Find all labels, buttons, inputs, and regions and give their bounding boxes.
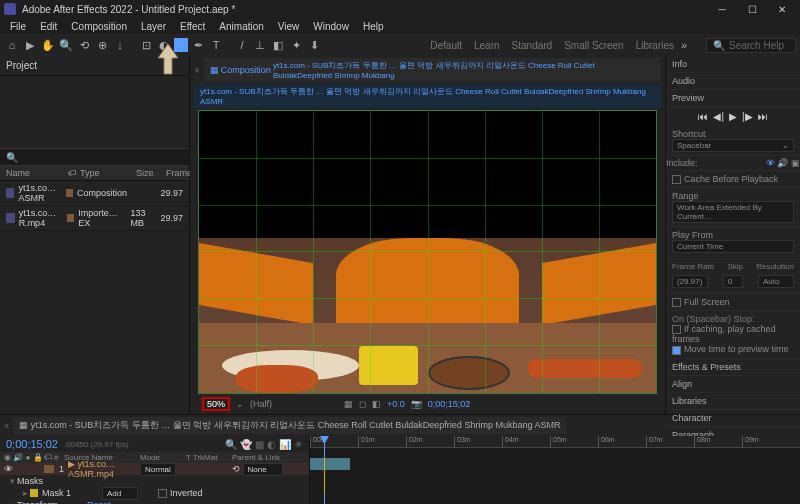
speaker-icon[interactable]: 🔊 [777, 158, 788, 168]
shortcut-dropdown[interactable]: Spacebar ⌄ [672, 139, 794, 152]
project-search[interactable]: 🔍 [0, 148, 189, 166]
mask-mode-dropdown[interactable]: Add [102, 487, 138, 500]
shy-icon[interactable]: 👻 [240, 439, 252, 450]
prev-frame-button[interactable]: ◀| [713, 111, 724, 122]
project-item[interactable]: yt1s.co…R.mp4Importe…EX133 MB29.97 [0, 206, 189, 231]
puppet-tool[interactable]: ⬇ [306, 37, 322, 53]
align-panel[interactable]: Align [666, 376, 800, 393]
preview-panel[interactable]: Preview [666, 90, 800, 107]
clone-tool[interactable]: ⊥ [252, 37, 268, 53]
maximize-button[interactable]: ☐ [738, 2, 766, 16]
workspace-libraries[interactable]: Libraries [636, 40, 674, 51]
project-item[interactable]: yt1s.co…ASMRComposition29.97 [0, 181, 189, 206]
rgb-icon[interactable]: ◧ [372, 399, 381, 409]
comp-tab[interactable]: ▦ Composition yt1s.com - SUB치즈가득 두툼한 … 울… [204, 58, 661, 82]
col-size[interactable]: Size [136, 168, 166, 178]
timeline-tab[interactable]: ▦ yt1s.com - SUB치즈가득 두툼한 … 울면 먹방 새우튀김까지 … [13, 417, 566, 434]
type-tool[interactable]: T [208, 37, 224, 53]
graph-icon[interactable]: 📊 [279, 439, 291, 450]
col-type[interactable]: Type [80, 168, 136, 178]
selection-tool[interactable]: ▶ [22, 37, 38, 53]
orbit-tool[interactable]: ⟲ [76, 37, 92, 53]
res-dropdown[interactable]: Auto [758, 275, 794, 288]
time-tick: 08m [694, 436, 711, 448]
anchor-tool[interactable]: ⊡ [138, 37, 154, 53]
snapshot-icon[interactable]: 📷 [411, 399, 422, 409]
time-tick: 09m [742, 436, 759, 448]
reset-button[interactable]: Reset [87, 500, 111, 504]
menu-composition[interactable]: Composition [65, 20, 133, 33]
menu-help[interactable]: Help [357, 20, 390, 33]
range-dropdown[interactable]: Work Area Extended By Current… [672, 201, 794, 223]
time-tick: 06m [598, 436, 615, 448]
libraries-panel[interactable]: Libraries [666, 393, 800, 410]
skip-dropdown[interactable]: 0 [723, 275, 743, 288]
pen-tool[interactable]: ✒ [190, 37, 206, 53]
workspace-menu[interactable]: » [676, 37, 692, 53]
overlay-icon[interactable]: ▣ [791, 158, 800, 168]
timecode[interactable]: 0;00;15;02 [428, 399, 471, 409]
masks-row[interactable]: ▾Masks [0, 475, 309, 487]
effects-panel[interactable]: Effects & Presets [666, 359, 800, 376]
playfrom-dropdown[interactable]: Current Time [672, 240, 794, 253]
ifcaching-checkbox[interactable] [672, 325, 681, 334]
layer-row[interactable]: 👁 1 ▶ yt1s.co…ASMR.mp4 Normal ⟲ None [0, 463, 309, 475]
home-tool[interactable]: ⌂ [4, 37, 20, 53]
last-frame-button[interactable]: ⏭ [758, 111, 768, 122]
camera-tool[interactable]: ⊕ [94, 37, 110, 53]
minimize-button[interactable]: ─ [708, 2, 736, 16]
eraser-tool[interactable]: ◧ [270, 37, 286, 53]
workspace-learn[interactable]: Learn [474, 40, 500, 51]
mask1-row[interactable]: ▸ Mask 1 Add Inverted [0, 487, 309, 499]
exposure-val[interactable]: +0.0 [387, 399, 405, 409]
parent-dropdown[interactable]: None [243, 463, 283, 476]
menu-window[interactable]: Window [307, 20, 355, 33]
mode-dropdown[interactable]: Normal [140, 463, 176, 476]
menu-view[interactable]: View [272, 20, 306, 33]
movetime-checkbox[interactable] [672, 346, 681, 355]
col-tag-icon[interactable]: 🏷 [68, 168, 80, 178]
zoom-dropdown-icon[interactable]: ⌄ [236, 399, 244, 409]
layer-clip[interactable] [310, 458, 350, 470]
next-frame-button[interactable]: |▶ [742, 111, 753, 122]
viewer[interactable] [198, 110, 657, 394]
current-time[interactable]: 0;00;15;02 [6, 438, 58, 450]
transform-row[interactable]: ▸TransformReset [0, 499, 309, 504]
fullscreen-checkbox[interactable] [672, 298, 681, 307]
play-button[interactable]: ▶ [729, 111, 737, 122]
comp-breadcrumb[interactable]: yt1s.com - SUB치즈가득 두툼한 … 울면 먹방 새우튀김까지 리얼… [194, 84, 661, 108]
grid-icon[interactable]: ▦ [344, 399, 353, 409]
menu-effect[interactable]: Effect [174, 20, 211, 33]
workspace-standard[interactable]: Standard [512, 40, 553, 51]
close-button[interactable]: ✕ [768, 2, 796, 16]
pan-behind-tool[interactable]: ↓ [112, 37, 128, 53]
workspace-small-screen[interactable]: Small Screen [564, 40, 623, 51]
search-help[interactable]: 🔍 Search Help [706, 38, 796, 53]
motion-blur-icon[interactable]: ◐ [267, 439, 276, 450]
menu-animation[interactable]: Animation [213, 20, 269, 33]
time-tick: 03m [454, 436, 471, 448]
info-panel[interactable]: Info [666, 56, 800, 73]
search-icon[interactable]: 🔍 [225, 439, 237, 450]
adj-icon[interactable]: ☀ [294, 439, 303, 450]
resolution-dropdown[interactable]: (Half) [250, 399, 272, 409]
brush-tool[interactable]: / [234, 37, 250, 53]
zoom-tool[interactable]: 🔍 [58, 37, 74, 53]
roto-tool[interactable]: ✦ [288, 37, 304, 53]
mask-icon[interactable]: ◻ [359, 399, 366, 409]
cache-checkbox[interactable] [672, 175, 681, 184]
zoom-level[interactable]: 50% [202, 397, 230, 411]
audio-panel[interactable]: Audio [666, 73, 800, 90]
menu-file[interactable]: File [4, 20, 32, 33]
col-name[interactable]: Name [6, 168, 68, 178]
framerate-dropdown[interactable]: (29.97) [672, 275, 708, 288]
workspace-default[interactable]: Default [430, 40, 462, 51]
mask-keyframe[interactable] [324, 458, 325, 494]
menu-layer[interactable]: Layer [135, 20, 172, 33]
hand-tool[interactable]: ✋ [40, 37, 56, 53]
frame-blend-icon[interactable]: ▦ [255, 439, 264, 450]
inverted-checkbox[interactable] [158, 489, 167, 498]
first-frame-button[interactable]: ⏮ [698, 111, 708, 122]
menu-edit[interactable]: Edit [34, 20, 63, 33]
eye-icon[interactable]: 👁 [766, 158, 775, 168]
